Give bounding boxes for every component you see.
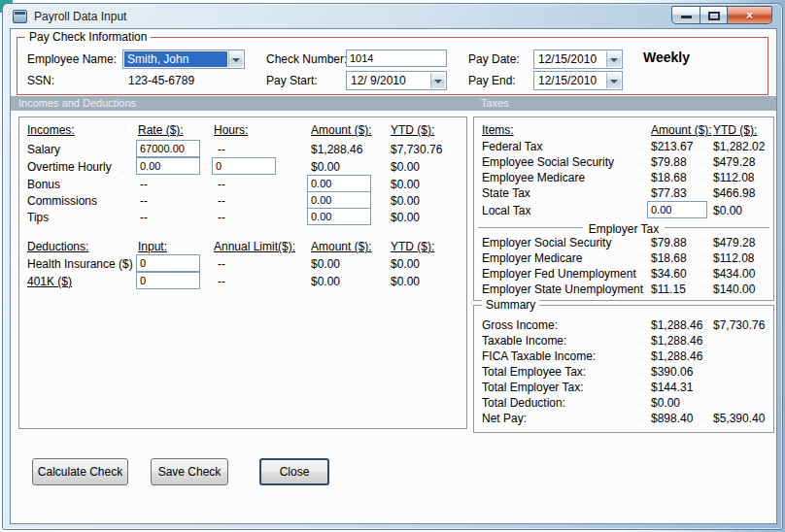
state-tax-ytd: $466.98 (713, 186, 755, 200)
pay-start-dropdown-icon[interactable] (430, 73, 445, 88)
bonus-rate: -- (140, 178, 148, 191)
summary-group: Summary Gross Income: $1,288.46 $7,730.7… (473, 305, 774, 433)
pay-end-value: 12/15/2010 (535, 73, 605, 88)
pay-end-label: Pay End: (468, 74, 516, 87)
pay-start-picker[interactable]: 12/ 9/2010 (346, 71, 447, 90)
ssn-label: SSN: (27, 74, 54, 87)
window-title: Payroll Data Input (34, 10, 126, 23)
section-header-bar: Incomes and Deductions Taxes (11, 96, 776, 111)
employer-ss-amount: $79.88 (651, 236, 687, 249)
taxes-panel: Items: Amount ($): YTD ($): Federal Tax … (473, 116, 774, 301)
pay-date-picker[interactable]: 12/15/2010 (533, 50, 623, 69)
taxes-section-title: Taxes (481, 97, 509, 109)
annual-limit-col-header: Annual Limit($): (214, 240, 295, 253)
income-row-label: Overtime Hourly (27, 160, 112, 174)
overtime-rate-input[interactable] (136, 157, 200, 175)
total-employee-tax-current: $390.06 (651, 365, 693, 379)
employer-state-unemployment-ytd: $140.00 (713, 283, 755, 296)
health-insurance-input[interactable] (136, 254, 200, 272)
salary-rate-input[interactable] (136, 140, 200, 157)
bonus-amount-input[interactable] (307, 175, 371, 192)
taxable-income-current: $1,288.46 (651, 334, 702, 348)
tips-amount-input[interactable] (307, 208, 371, 225)
employer-tax-subheader: Employer Tax (583, 222, 665, 236)
federal-tax-ytd: $1,282.02 (713, 140, 765, 153)
pay-date-label: Pay Date: (468, 52, 520, 66)
salary-ytd: $7,730.76 (391, 143, 442, 156)
commissions-amount-input[interactable] (307, 191, 371, 209)
tax-row-label: Employer State Unemployment (482, 283, 643, 296)
employer-medicare-amount: $18.68 (651, 251, 687, 265)
employer-medicare-ytd: $112.08 (713, 251, 755, 265)
tips-rate: -- (140, 211, 148, 224)
tax-ytd-col-header: YTD ($): (713, 123, 757, 137)
net-pay-current: $898.40 (651, 412, 693, 425)
check-number-input[interactable] (346, 50, 447, 67)
window-controls: × (671, 6, 772, 24)
titlebar[interactable]: Payroll Data Input × (3, 4, 782, 28)
chevron-down-icon (232, 58, 240, 66)
maximize-button[interactable] (700, 6, 728, 24)
deduction-ytd-col-header: YTD ($): (391, 240, 434, 253)
tax-row-label: State Tax (482, 186, 530, 200)
net-pay-ytd: $5,390.40 (713, 412, 765, 425)
bonus-hours: -- (218, 178, 225, 191)
total-deduction-current: $0.00 (651, 396, 680, 410)
ytd-col-header: YTD ($): (391, 123, 434, 137)
deduction-amount-col-header: Amount ($): (311, 240, 372, 253)
app-icon (13, 10, 27, 23)
commissions-hours: -- (218, 194, 225, 208)
overtime-amount: $0.00 (311, 160, 340, 174)
paycheck-info-legend: Pay Check Information (25, 30, 151, 44)
tips-ytd: $0.00 (391, 211, 420, 224)
minimize-button[interactable] (671, 6, 700, 24)
employer-ss-ytd: $479.28 (713, 236, 755, 249)
salary-amount: $1,288.46 (311, 143, 362, 156)
employee-name-select[interactable]: Smith, John (122, 50, 245, 69)
tax-amount-col-header: Amount ($): (651, 123, 712, 137)
hours-col-header: Hours: (214, 123, 248, 137)
health-insurance-amount: $0.00 (311, 257, 340, 271)
chevron-down-icon (610, 80, 618, 87)
pay-date-dropdown-icon[interactable] (606, 51, 621, 67)
close-button[interactable]: × (728, 6, 772, 24)
pay-date-value: 12/15/2010 (535, 51, 605, 67)
summary-row-label: Total Deduction: (482, 396, 565, 410)
calculate-check-button[interactable]: Calculate Check (32, 458, 128, 485)
incomes-deductions-section-title: Incomes and Deductions (18, 97, 136, 109)
tax-row-label: Employee Social Security (482, 155, 614, 169)
income-row-label: Tips (27, 211, 49, 224)
tax-row-label: Employee Medicare (482, 171, 585, 184)
overtime-hours-input[interactable] (212, 157, 276, 175)
tips-hours: -- (218, 211, 225, 224)
employer-fed-unemployment-amount: $34.60 (651, 267, 687, 281)
tax-row-label: Employer Medicare (482, 251, 582, 265)
tax-row-label: Employer Fed Unemployment (482, 267, 636, 281)
state-tax-amount: $77.83 (651, 186, 687, 200)
save-check-button[interactable]: Save Check (151, 458, 228, 485)
tax-row-label: Employer Social Security (482, 236, 611, 249)
employee-name-dropdown-icon[interactable] (228, 51, 243, 67)
ssn-value: 123-45-6789 (128, 74, 194, 87)
401k-link-label[interactable]: 401K ($) (27, 275, 72, 288)
commissions-ytd: $0.00 (391, 194, 420, 208)
client-area: Pay Check Information Employee Name: Smi… (10, 28, 777, 524)
deductions-col-header: Deductions: (27, 240, 88, 253)
summary-row-label: Taxable Income: (482, 334, 566, 348)
summary-row-label: Gross Income: (482, 318, 558, 332)
pay-end-picker[interactable]: 12/15/2010 (533, 71, 623, 90)
pay-end-dropdown-icon[interactable] (606, 73, 621, 88)
bonus-ytd: $0.00 (391, 178, 420, 191)
health-insurance-limit: -- (218, 257, 225, 271)
pay-frequency-label: Weekly (643, 50, 690, 65)
401k-amount: $0.00 (311, 275, 340, 288)
local-tax-input[interactable] (647, 201, 707, 218)
close-check-button[interactable]: Close (259, 458, 329, 485)
fica-taxable-income-current: $1,288.46 (651, 349, 702, 363)
employee-ss-ytd: $479.28 (713, 155, 755, 169)
summary-row-label: Total Employee Tax: (482, 365, 586, 379)
401k-ytd: $0.00 (391, 275, 420, 288)
401k-input[interactable] (136, 272, 200, 289)
chevron-down-icon (434, 80, 442, 87)
pay-start-label: Pay Start: (266, 74, 318, 87)
